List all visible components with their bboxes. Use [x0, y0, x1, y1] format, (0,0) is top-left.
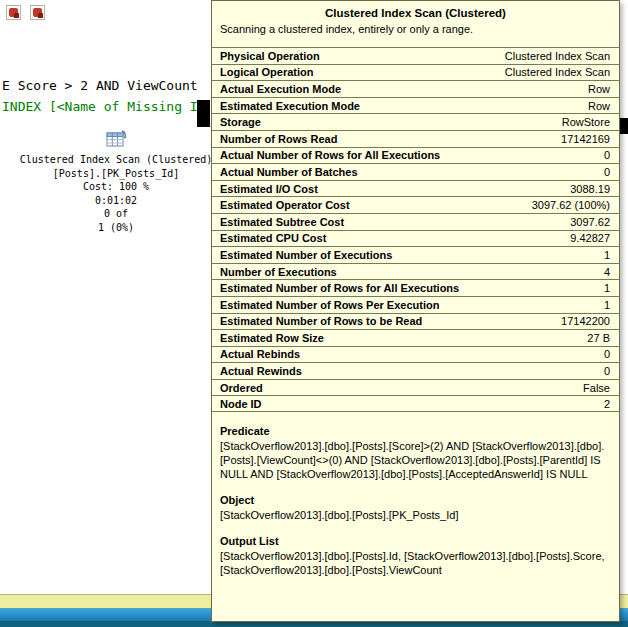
property-value: 1 — [604, 299, 610, 311]
property-label: Estimated Number of Executions — [220, 249, 392, 261]
obscured-block — [197, 100, 210, 127]
property-value: 2 — [604, 398, 610, 410]
property-label: Estimated Row Size — [220, 332, 324, 344]
property-label: Actual Rewinds — [220, 365, 302, 377]
property-value: 17142169 — [561, 133, 610, 145]
property-label: Number of Rows Read — [220, 133, 337, 145]
output-list-label: Output List — [220, 535, 610, 547]
property-row: Estimated Number of Executions1 — [212, 246, 619, 263]
property-row: Node ID2 — [212, 395, 619, 412]
property-row: Estimated Number of Rows for All Executi… — [212, 279, 619, 296]
property-row: Number of Rows Read17142169 — [212, 130, 619, 147]
property-value: 1 — [604, 282, 610, 294]
property-label: Node ID — [220, 398, 262, 410]
clustered-index-scan-icon — [104, 128, 128, 150]
property-label: Physical Operation — [220, 50, 320, 62]
property-label: Estimated Operator Cost — [220, 199, 350, 211]
property-value: 0 — [604, 365, 610, 377]
property-row: Actual Execution ModeRow — [212, 80, 619, 97]
property-value: Row — [588, 83, 610, 95]
property-row: Estimated I/O Cost3088.19 — [212, 180, 619, 197]
property-value: 3097.62 (100%) — [532, 199, 610, 211]
property-row: StorageRowStore — [212, 113, 619, 130]
predicate-section: Predicate [StackOverflow2013].[dbo].[Pos… — [220, 425, 610, 481]
property-value: 0 — [604, 348, 610, 360]
property-row: Estimated Subtree Cost3097.62 — [212, 213, 619, 230]
property-value: 27 B — [587, 332, 610, 344]
property-row: Estimated CPU Cost9.42827 — [212, 230, 619, 247]
property-label: Actual Number of Rows for All Executions — [220, 149, 440, 161]
property-table: Physical OperationClustered Index Scan L… — [212, 47, 619, 412]
property-value: 17142200 — [561, 315, 610, 327]
property-row: Estimated Operator Cost3097.62 (100%) — [212, 196, 619, 213]
property-row: Actual Number of Batches0 — [212, 163, 619, 180]
property-value: 4 — [604, 266, 610, 278]
property-value: 9.42827 — [570, 232, 610, 244]
property-row: Estimated Execution ModeRow — [212, 97, 619, 114]
property-label: Estimated Number of Rows Per Execution — [220, 299, 439, 311]
tooltip-description: Scanning a clustered index, entirely or … — [220, 23, 611, 35]
plan-node-line: 0 of — [0, 207, 232, 221]
plan-node-line: 0:01:02 — [0, 194, 232, 208]
property-value: 0 — [604, 166, 610, 178]
property-label: Estimated CPU Cost — [220, 232, 326, 244]
tooltip-title: Clustered Index Scan (Clustered) — [212, 7, 619, 19]
predicate-label: Predicate — [220, 425, 610, 437]
property-value: Clustered Index Scan — [505, 66, 610, 78]
property-label: Estimated Number of Rows for All Executi… — [220, 282, 459, 294]
property-label: Estimated Subtree Cost — [220, 216, 344, 228]
property-value: RowStore — [562, 116, 610, 128]
property-row: Estimated Number of Rows Per Execution1 — [212, 296, 619, 313]
property-row: Logical OperationClustered Index Scan — [212, 64, 619, 81]
property-row: Actual Rebinds0 — [212, 346, 619, 363]
property-value: 3097.62 — [570, 216, 610, 228]
property-label: Ordered — [220, 382, 263, 394]
property-row: Actual Number of Rows for All Executions… — [212, 147, 619, 164]
property-label: Storage — [220, 116, 261, 128]
property-row: OrderedFalse — [212, 379, 619, 396]
object-section: Object [StackOverflow2013].[dbo].[Posts]… — [220, 494, 610, 522]
property-label: Logical Operation — [220, 66, 314, 78]
property-value: Row — [588, 100, 610, 112]
plan-node-line: Clustered Index Scan (Clustered) — [0, 153, 232, 167]
output-list-section: Output List [StackOverflow2013].[dbo].[P… — [220, 535, 610, 577]
property-row: Actual Rewinds0 — [212, 362, 619, 379]
object-label: Object — [220, 494, 610, 506]
property-label: Actual Execution Mode — [220, 83, 341, 95]
plan-node-label: Clustered Index Scan (Clustered) [Posts]… — [0, 153, 232, 234]
property-label: Number of Executions — [220, 266, 337, 278]
property-value: 1 — [604, 249, 610, 261]
predicate-text: [StackOverflow2013].[dbo].[Posts].[Score… — [220, 439, 610, 481]
sql-text-line: E Score > 2 AND ViewCount — [2, 78, 198, 93]
dark-glyph-icon — [38, 13, 43, 18]
plan-node-line: Cost: 100 % — [0, 180, 232, 194]
dark-glyph-icon — [14, 13, 19, 18]
plan-node-line: [Posts].[PK_Posts_Id] — [0, 167, 232, 181]
object-text: [StackOverflow2013].[dbo].[Posts].[PK_Po… — [220, 508, 610, 522]
missing-index-hint-text: INDEX [<Name of Missing I — [2, 99, 198, 114]
toolbar-icon-2[interactable] — [30, 5, 45, 20]
output-list-text: [StackOverflow2013].[dbo].[Posts].Id, [S… — [220, 549, 610, 577]
property-value: 3088.19 — [570, 183, 610, 195]
property-value: Clustered Index Scan — [505, 50, 610, 62]
property-value: 0 — [604, 149, 610, 161]
toolbar-icons — [6, 5, 45, 20]
plan-operator-node[interactable]: Clustered Index Scan (Clustered) [Posts]… — [0, 128, 232, 234]
ssms-window: E Score > 2 AND ViewCount INDEX [<Name o… — [0, 0, 628, 627]
property-row: Number of Executions4 — [212, 263, 619, 280]
plan-node-line: 1 (0%) — [0, 221, 232, 235]
property-row: Estimated Row Size27 B — [212, 329, 619, 346]
property-label: Estimated Execution Mode — [220, 100, 360, 112]
property-label: Estimated I/O Cost — [220, 183, 318, 195]
property-label: Actual Number of Batches — [220, 166, 358, 178]
property-label: Actual Rebinds — [220, 348, 300, 360]
property-value: False — [583, 382, 610, 394]
property-row: Estimated Number of Rows to be Read17142… — [212, 313, 619, 330]
obscured-block — [620, 118, 628, 134]
operator-tooltip: Clustered Index Scan (Clustered) Scannin… — [211, 0, 620, 622]
property-label: Estimated Number of Rows to be Read — [220, 315, 422, 327]
property-row: Physical OperationClustered Index Scan — [212, 47, 619, 64]
toolbar-icon-1[interactable] — [6, 5, 21, 20]
